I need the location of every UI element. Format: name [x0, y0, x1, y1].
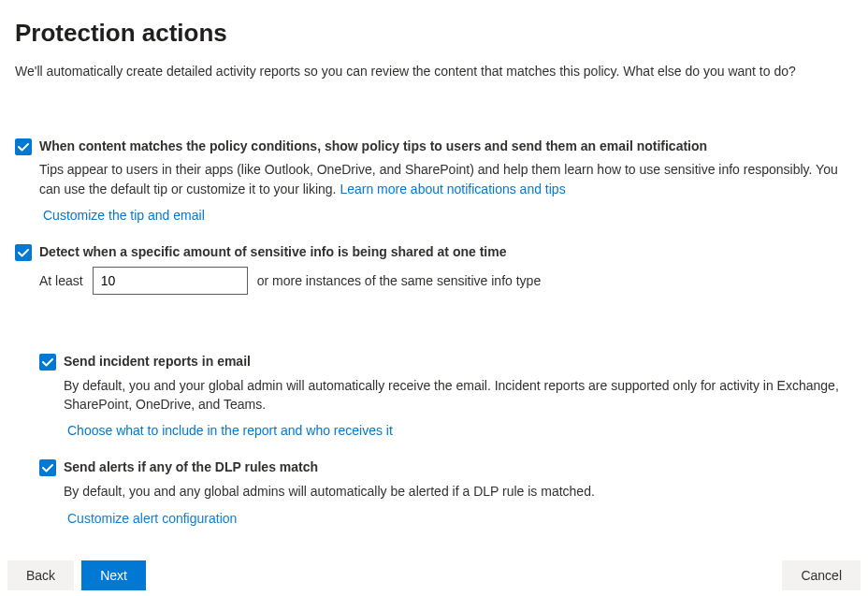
option-detect-amount: Detect when a specific amount of sensiti… [15, 243, 853, 295]
checkmark-icon [16, 245, 31, 260]
instance-suffix: or more instances of the same sensitive … [257, 273, 541, 288]
customize-tip-link[interactable]: Customize the tip and email [43, 208, 853, 223]
option-alerts-desc: By default, you and any global admins wi… [64, 482, 853, 501]
back-button[interactable]: Back [7, 560, 74, 590]
checkmark-icon [40, 460, 55, 475]
checkbox-policy-tips[interactable] [15, 138, 32, 155]
next-button[interactable]: Next [81, 560, 146, 590]
at-least-label: At least [39, 273, 83, 288]
option-policy-tips: When content matches the policy conditio… [15, 138, 853, 223]
option-incident-reports: Send incident reports in email By defaul… [39, 353, 853, 438]
learn-more-link[interactable]: Learn more about notifications and tips [340, 182, 565, 196]
checkbox-incident-reports[interactable] [39, 354, 56, 371]
checkbox-detect-amount[interactable] [15, 244, 32, 261]
option-detect-amount-label: Detect when a specific amount of sensiti… [39, 243, 853, 261]
cancel-button[interactable]: Cancel [782, 560, 861, 590]
wizard-footer: Back Next Cancel [0, 555, 868, 596]
page-title: Protection actions [15, 19, 853, 48]
checkbox-alerts[interactable] [39, 459, 56, 476]
option-incident-reports-label: Send incident reports in email [64, 353, 853, 371]
intro-text: We'll automatically create detailed acti… [15, 63, 838, 81]
checkmark-icon [40, 355, 55, 370]
option-incident-reports-desc: By default, you and your global admin wi… [64, 376, 853, 414]
choose-report-link[interactable]: Choose what to include in the report and… [67, 423, 853, 438]
customize-alert-link[interactable]: Customize alert configuration [67, 511, 853, 526]
option-alerts: Send alerts if any of the DLP rules matc… [39, 458, 853, 525]
instance-count-input[interactable] [93, 267, 248, 295]
option-policy-tips-desc: Tips appear to users in their apps (like… [39, 160, 853, 198]
option-alerts-label: Send alerts if any of the DLP rules matc… [64, 458, 853, 476]
option-policy-tips-label: When content matches the policy conditio… [39, 138, 853, 155]
checkmark-icon [16, 139, 31, 154]
